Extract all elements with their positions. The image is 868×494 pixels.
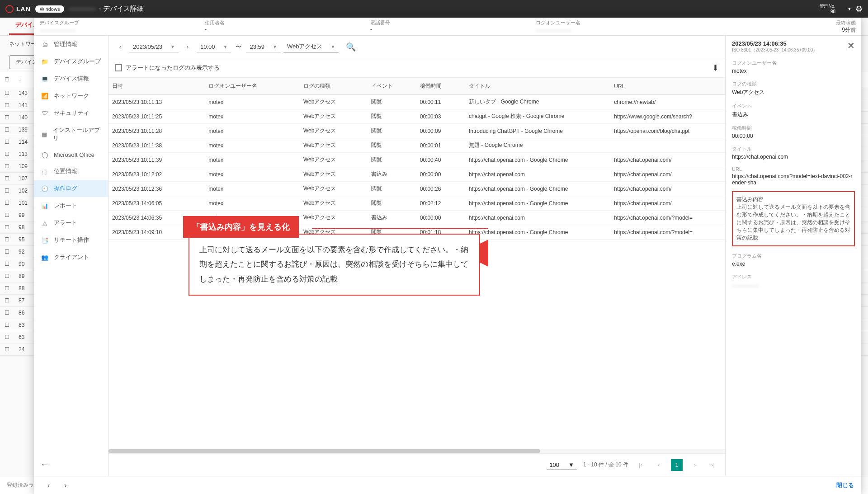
gear-icon[interactable]: ⚙ [855,4,863,14]
brand-logo-icon [5,5,14,13]
page-title: - デバイス詳細 [99,5,143,13]
device-name-redacted [69,8,96,10]
os-badge: Windows [35,5,65,13]
management-number: 管理No. 98 [820,4,836,14]
dropdown-icon[interactable]: ▼ [847,6,852,11]
topbar: LAN Windows - デバイス詳細 管理No. 98 ▼ ⚙ [0,0,868,18]
brand-text: LAN [16,5,31,13]
